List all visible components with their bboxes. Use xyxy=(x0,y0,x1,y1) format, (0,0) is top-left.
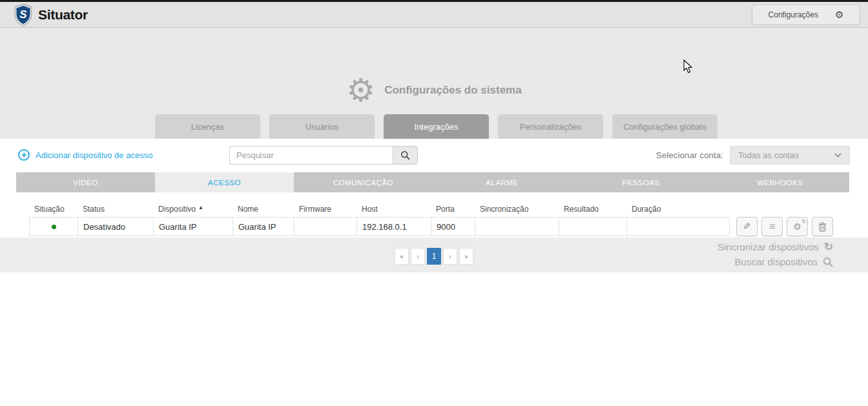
sync-settings-button[interactable]: ⚙↻ xyxy=(787,217,808,236)
cell-firmware xyxy=(294,218,357,236)
cell-host: 192.168.0.1 xyxy=(357,218,431,236)
tab-personalizacoes[interactable]: Personalizações xyxy=(498,114,603,139)
footer-links: Sincronizar dispositivos ↻ Buscar dispos… xyxy=(718,239,833,269)
account-select-label: Selecionar conta: xyxy=(656,150,723,160)
tab-licencas[interactable]: Licenças xyxy=(155,114,260,139)
devices-table: Situação Status Dispositivo ▲ Nome Firmw… xyxy=(0,192,868,236)
search-input[interactable] xyxy=(229,146,393,165)
details-button[interactable]: ≡ xyxy=(761,217,783,236)
page: S Situator Configurações ⚙ ⚙ Configuraçõ… xyxy=(0,0,868,406)
column-header-resultado[interactable]: Resultado xyxy=(559,201,626,217)
gears-sync-icon: ⚙↻ xyxy=(793,221,801,232)
pagination-first-button[interactable]: « xyxy=(395,248,409,265)
chevron-down-icon xyxy=(834,153,842,157)
integration-sub-tabs: VÍDEO ACESSO COMUNICAÇÃO ALARME PESSOAS … xyxy=(16,172,849,192)
trash-icon xyxy=(818,222,827,232)
table-header-row: Situação Status Dispositivo ▲ Nome Firmw… xyxy=(29,201,868,217)
account-select-group: Selecionar conta: Todas as contas xyxy=(656,146,850,165)
page-title: ⚙ Configurações do sistema xyxy=(0,74,868,107)
shield-logo-icon: S xyxy=(13,3,34,26)
cell-nome: Guarita IP xyxy=(233,218,294,236)
settings-button[interactable]: Configurações ⚙ xyxy=(752,5,860,25)
pencil-icon: ✎ xyxy=(743,221,751,232)
delete-button[interactable] xyxy=(812,217,833,236)
gear-outline-icon: ⚙ xyxy=(346,74,375,107)
tab-integracoes[interactable]: Integrações xyxy=(384,114,489,139)
app-name: Situator xyxy=(38,7,88,23)
table-footer: « ‹ 1 › » Sincronizar dispositivos ↻ Bus… xyxy=(0,238,868,272)
column-header-situacao[interactable]: Situação xyxy=(29,201,78,217)
subtab-acesso[interactable]: ACESSO xyxy=(155,172,294,192)
tab-usuarios[interactable]: Usuários xyxy=(269,114,375,139)
search-icon xyxy=(400,150,410,160)
edit-button[interactable]: ✎ xyxy=(736,217,758,236)
gear-icon: ⚙ xyxy=(835,10,843,19)
refresh-icon: ↻ xyxy=(824,241,833,252)
subtab-video[interactable]: VÍDEO xyxy=(16,172,155,192)
status-ok-dot xyxy=(52,225,56,229)
add-access-device-label: Adicionar dispositivo de acesso xyxy=(36,150,152,160)
column-header-nome[interactable]: Nome xyxy=(232,201,294,217)
search-button[interactable] xyxy=(393,146,418,165)
search-devices-link[interactable]: Buscar dispositivos xyxy=(718,254,833,269)
toolbar: + Adicionar dispositivo de acesso Seleci… xyxy=(0,139,868,171)
search-devices-label: Buscar dispositivos xyxy=(735,256,818,267)
column-header-host[interactable]: Host xyxy=(356,201,431,217)
sync-devices-link[interactable]: Sincronizar dispositivos ↻ xyxy=(718,239,833,254)
settings-button-label: Configurações xyxy=(769,10,818,19)
subtab-comunicacao[interactable]: COMUNICAÇÃO xyxy=(294,172,433,192)
table-body: Desativado Guarita IP Guarita IP 192.168… xyxy=(29,217,868,236)
list-icon: ≡ xyxy=(769,221,774,232)
main-tabs: Licenças Usuários Integrações Personaliz… xyxy=(155,114,718,139)
hero-section: ⚙ Configurações do sistema Licenças Usuá… xyxy=(0,28,868,139)
tab-configuracoes-globais[interactable]: Configurações globais xyxy=(612,114,718,139)
svg-text:S: S xyxy=(19,8,27,21)
cell-duracao xyxy=(627,218,729,236)
pagination-last-button[interactable]: » xyxy=(459,248,473,265)
column-header-firmware[interactable]: Firmware xyxy=(294,201,356,217)
plus-circle-icon: + xyxy=(18,149,30,161)
subtab-webhooks[interactable]: WEBHOOKS xyxy=(710,172,849,192)
search-group xyxy=(229,146,418,165)
pagination-page-1-button[interactable]: 1 xyxy=(427,248,441,265)
sort-asc-icon: ▲ xyxy=(198,205,203,210)
app-logo: S Situator xyxy=(13,3,88,26)
cell-sincronizacao xyxy=(475,218,559,236)
subtab-pessoas[interactable]: PESSOAS xyxy=(572,172,710,192)
column-header-duracao[interactable]: Duração xyxy=(626,201,728,217)
add-access-device-link[interactable]: + Adicionar dispositivo de acesso xyxy=(18,149,152,161)
top-bar: S Situator Configurações ⚙ xyxy=(0,0,868,28)
cell-status: Desativado xyxy=(78,218,154,236)
column-header-dispositivo[interactable]: Dispositivo ▲ xyxy=(153,201,232,217)
table-row[interactable]: Desativado Guarita IP Guarita IP 192.168… xyxy=(29,217,730,236)
account-select-value: Todas as contas xyxy=(738,150,799,160)
search-devices-icon xyxy=(823,257,833,267)
sync-devices-label: Sincronizar dispositivos xyxy=(718,241,819,252)
column-header-sincronizacao[interactable]: Sincronização xyxy=(475,201,559,217)
pagination-prev-button[interactable]: ‹ xyxy=(411,248,425,265)
cell-porta: 9000 xyxy=(431,218,475,236)
page-title-text: Configurações do sistema xyxy=(384,84,522,97)
pagination-next-button[interactable]: › xyxy=(443,248,457,265)
subtab-alarme[interactable]: ALARME xyxy=(433,172,572,192)
cell-situacao xyxy=(30,218,78,236)
row-actions: ✎ ≡ ⚙↻ xyxy=(736,217,833,236)
pagination: « ‹ 1 › » xyxy=(395,248,473,265)
cell-dispositivo: Guarita IP xyxy=(154,218,233,236)
account-select[interactable]: Todas as contas xyxy=(730,146,850,165)
cell-resultado xyxy=(559,218,627,236)
column-header-status[interactable]: Status xyxy=(78,201,153,217)
column-header-porta[interactable]: Porta xyxy=(431,201,475,217)
